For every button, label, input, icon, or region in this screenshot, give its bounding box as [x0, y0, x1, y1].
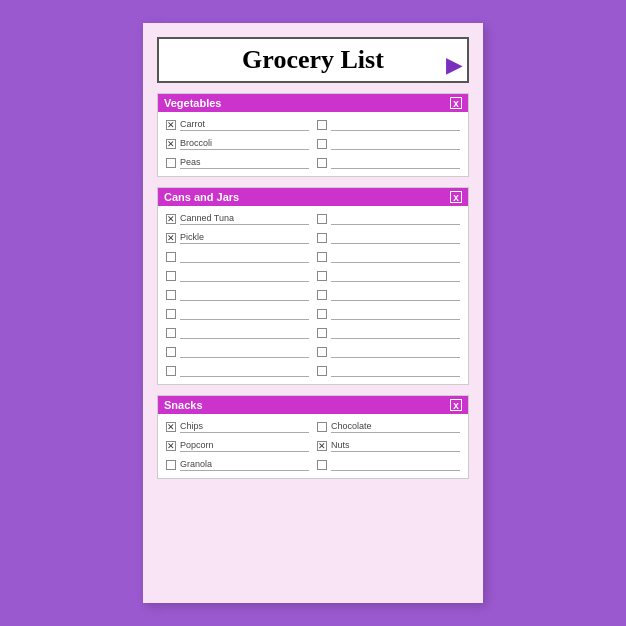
item-text: _: [180, 289, 309, 301]
row-item: _: [166, 249, 309, 265]
section-header-cans-and-jars: Cans and Jarsx: [158, 188, 468, 206]
row-item: _: [317, 117, 460, 133]
checkbox[interactable]: [317, 366, 327, 376]
item-text: _: [331, 213, 460, 225]
row-item: _: [317, 211, 460, 227]
checkbox[interactable]: [166, 214, 176, 224]
item-text: Canned Tuna: [180, 213, 309, 225]
item-text: _: [331, 270, 460, 282]
section-header-vegetables: Vegetablesx: [158, 94, 468, 112]
grocery-list-page: Grocery List ▶ VegetablesxCarrot_Broccol…: [143, 23, 483, 603]
checkbox[interactable]: [166, 252, 176, 262]
row-item: Nuts: [317, 438, 460, 454]
row-item: Granola: [166, 457, 309, 473]
section-close-vegetables[interactable]: x: [450, 97, 462, 109]
checkbox[interactable]: [166, 460, 176, 470]
checkbox[interactable]: [317, 422, 327, 432]
checkbox[interactable]: [166, 328, 176, 338]
row-item: _: [317, 268, 460, 284]
row-item: _: [317, 287, 460, 303]
item-text: _: [331, 327, 460, 339]
checkbox[interactable]: [317, 158, 327, 168]
item-text: _: [331, 289, 460, 301]
title-box: Grocery List ▶: [157, 37, 469, 83]
checkbox[interactable]: [317, 233, 327, 243]
checkbox[interactable]: [166, 347, 176, 357]
cursor-icon: ▶: [446, 53, 461, 77]
item-text: _: [331, 346, 460, 358]
item-text: Carrot: [180, 119, 309, 131]
checkbox[interactable]: [166, 271, 176, 281]
checkbox[interactable]: [317, 441, 327, 451]
row-item: Carrot: [166, 117, 309, 133]
row-item: _: [317, 325, 460, 341]
section-body-vegetables: Carrot_Broccoli_Peas_: [158, 112, 468, 176]
section-label-cans-and-jars: Cans and Jars: [164, 191, 239, 203]
checkbox[interactable]: [317, 271, 327, 281]
checkbox[interactable]: [317, 460, 327, 470]
row-item: Chips: [166, 419, 309, 435]
checkbox[interactable]: [166, 233, 176, 243]
section-close-snacks[interactable]: x: [450, 399, 462, 411]
row-item: _: [317, 249, 460, 265]
checkbox[interactable]: [166, 158, 176, 168]
item-text: _: [331, 308, 460, 320]
page-title: Grocery List: [242, 45, 384, 74]
row-item: _: [317, 230, 460, 246]
checkbox[interactable]: [166, 441, 176, 451]
row-item: Pickle: [166, 230, 309, 246]
item-text: _: [180, 346, 309, 358]
item-text: _: [331, 251, 460, 263]
section-snacks: SnacksxChipsChocolatePopcornNutsGranola_: [157, 395, 469, 479]
row-item: _: [166, 306, 309, 322]
item-text: Chips: [180, 421, 309, 433]
section-label-snacks: Snacks: [164, 399, 203, 411]
checkbox[interactable]: [317, 290, 327, 300]
row-item: _: [166, 363, 309, 379]
checkbox[interactable]: [166, 139, 176, 149]
checkbox[interactable]: [166, 422, 176, 432]
item-text: _: [180, 365, 309, 377]
section-close-cans-and-jars[interactable]: x: [450, 191, 462, 203]
row-item: Peas: [166, 155, 309, 171]
row-item: _: [317, 136, 460, 152]
item-text: _: [180, 270, 309, 282]
item-text: _: [180, 327, 309, 339]
row-item: _: [317, 155, 460, 171]
checkbox[interactable]: [317, 214, 327, 224]
checkbox[interactable]: [317, 309, 327, 319]
row-item: _: [317, 344, 460, 360]
row-item: Chocolate: [317, 419, 460, 435]
section-header-snacks: Snacksx: [158, 396, 468, 414]
row-item: Popcorn: [166, 438, 309, 454]
checkbox[interactable]: [166, 290, 176, 300]
checkbox[interactable]: [317, 139, 327, 149]
item-text: Pickle: [180, 232, 309, 244]
section-cans-and-jars: Cans and JarsxCanned Tuna_Pickle________…: [157, 187, 469, 385]
checkbox[interactable]: [166, 309, 176, 319]
item-text: _: [180, 308, 309, 320]
checkbox[interactable]: [317, 120, 327, 130]
item-text: Peas: [180, 157, 309, 169]
checkbox[interactable]: [317, 252, 327, 262]
checkbox[interactable]: [317, 328, 327, 338]
row-item: _: [166, 268, 309, 284]
row-item: _: [317, 363, 460, 379]
checkbox[interactable]: [166, 366, 176, 376]
row-item: _: [166, 287, 309, 303]
checkbox[interactable]: [166, 120, 176, 130]
section-label-vegetables: Vegetables: [164, 97, 221, 109]
item-text: _: [331, 119, 460, 131]
item-text: _: [331, 232, 460, 244]
item-text: _: [331, 138, 460, 150]
checkbox[interactable]: [317, 347, 327, 357]
item-text: Nuts: [331, 440, 460, 452]
row-item: _: [166, 344, 309, 360]
row-item: _: [317, 457, 460, 473]
row-item: _: [166, 325, 309, 341]
item-text: Popcorn: [180, 440, 309, 452]
item-text: Chocolate: [331, 421, 460, 433]
section-body-snacks: ChipsChocolatePopcornNutsGranola_: [158, 414, 468, 478]
section-vegetables: VegetablesxCarrot_Broccoli_Peas_: [157, 93, 469, 177]
item-text: Broccoli: [180, 138, 309, 150]
